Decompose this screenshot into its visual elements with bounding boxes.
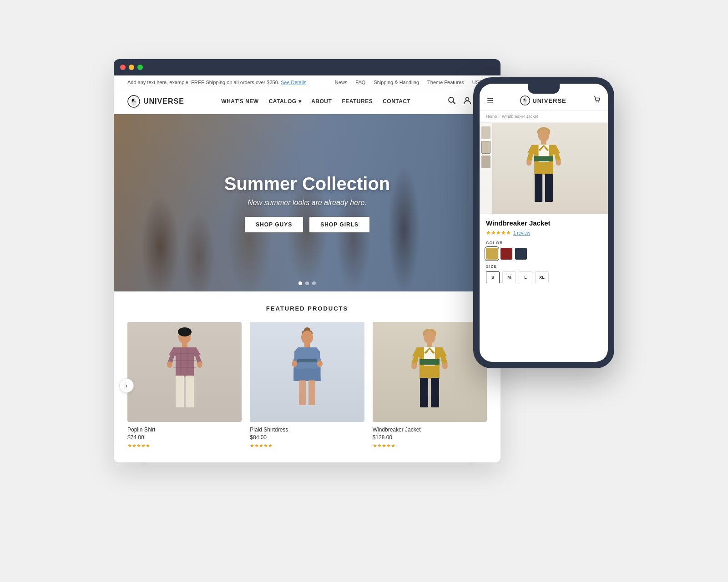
product-card-jacket[interactable]: Windbreaker Jacket $128.00 ★★★★★ bbox=[373, 322, 487, 449]
product-image-jacket bbox=[373, 322, 487, 422]
account-icon bbox=[463, 96, 471, 105]
svg-point-29 bbox=[424, 331, 435, 344]
nav-links: WHAT'S NEW CATALOG ▾ ABOUT FEATURES CONT… bbox=[221, 98, 410, 105]
phone-review-link[interactable]: 1 review bbox=[513, 231, 530, 236]
see-details-link[interactable]: See Details bbox=[281, 80, 306, 85]
color-swatch-gold[interactable] bbox=[486, 248, 498, 260]
svg-rect-22 bbox=[304, 343, 310, 347]
color-swatch-dark[interactable] bbox=[515, 248, 527, 260]
phone-logo[interactable]: UNIVERSE bbox=[520, 95, 566, 105]
svg-point-17 bbox=[167, 361, 172, 368]
phone-jacket-figure bbox=[516, 125, 571, 211]
product-card-shirt[interactable]: Poplin Shirt $74.00 ★★★★★ bbox=[127, 322, 242, 449]
navbar: UNIVERSE WHAT'S NEW CATALOG ▾ ABOUT FEAT… bbox=[114, 89, 500, 114]
phone-menu-icon[interactable]: ☰ bbox=[487, 96, 493, 105]
prev-button[interactable]: ‹ bbox=[119, 378, 134, 393]
search-button[interactable] bbox=[448, 96, 456, 106]
featured-section: FEATURED PRODUCTS ‹ bbox=[114, 291, 500, 462]
product-stars-shirt: ★★★★★ bbox=[127, 443, 242, 449]
svg-line-3 bbox=[453, 102, 455, 104]
svg-point-38 bbox=[524, 99, 526, 100]
announcement-text: Add any text here, example: FREE Shippin… bbox=[127, 80, 306, 85]
size-s[interactable]: S bbox=[486, 271, 500, 283]
hero-dot-1[interactable] bbox=[298, 281, 302, 285]
logo-icon bbox=[127, 95, 140, 108]
thumb-3[interactable] bbox=[481, 156, 490, 168]
maximize-dot[interactable] bbox=[137, 65, 143, 70]
size-l[interactable]: L bbox=[519, 271, 532, 283]
phone-product-details: Windbreaker Jacket ★★★★★ 1 review COLOR bbox=[480, 214, 608, 362]
svg-rect-27 bbox=[308, 380, 315, 405]
announcement-bar: Add any text here, example: FREE Shippin… bbox=[114, 75, 500, 89]
close-dot[interactable] bbox=[120, 65, 126, 70]
hero-dot-3[interactable] bbox=[312, 281, 316, 285]
color-label: COLOR bbox=[486, 241, 602, 245]
svg-rect-16 bbox=[186, 376, 194, 407]
thumb-2[interactable] bbox=[481, 141, 490, 154]
jacket-figure bbox=[407, 326, 452, 417]
breadcrumb-separator: › bbox=[499, 114, 500, 119]
breadcrumb-home[interactable]: Home bbox=[486, 114, 497, 119]
account-button[interactable] bbox=[463, 96, 471, 106]
svg-rect-32 bbox=[420, 359, 440, 365]
nav-catalog[interactable]: CATALOG ▾ bbox=[269, 98, 302, 105]
product-price-jacket: $128.00 bbox=[373, 434, 487, 441]
product-name-jacket: Windbreaker Jacket bbox=[373, 426, 487, 433]
size-options: S M L XL bbox=[486, 271, 602, 283]
shop-girls-button[interactable]: SHOP GIRLS bbox=[309, 217, 369, 232]
svg-point-36 bbox=[442, 363, 448, 369]
nav-features[interactable]: FEATURES bbox=[342, 98, 373, 105]
svg-point-4 bbox=[466, 98, 469, 101]
shipping-link[interactable]: Shipping & Handling bbox=[374, 80, 419, 85]
hero-dots bbox=[298, 281, 316, 285]
svg-point-25 bbox=[317, 361, 323, 367]
theme-features-link[interactable]: Theme Features bbox=[427, 80, 464, 85]
svg-point-39 bbox=[596, 101, 597, 102]
phone-notch bbox=[528, 84, 560, 94]
svg-rect-34 bbox=[431, 378, 439, 407]
svg-rect-47 bbox=[545, 174, 553, 202]
hero-section: Summer Collection New summer looks are a… bbox=[114, 114, 500, 291]
nav-contact[interactable]: CONTACT bbox=[383, 98, 410, 105]
phone-breadcrumb: Home › Windbreaker Jacket bbox=[480, 110, 608, 123]
nav-about[interactable]: ABOUT bbox=[311, 98, 332, 105]
svg-rect-45 bbox=[534, 156, 553, 161]
size-m[interactable]: M bbox=[502, 271, 516, 283]
browser-window: Add any text here, example: FREE Shippin… bbox=[114, 59, 500, 462]
thumb-1[interactable] bbox=[481, 126, 490, 139]
svg-rect-43 bbox=[541, 140, 546, 145]
phone-screen: ☰ UNIVERSE bbox=[480, 84, 608, 362]
color-swatch-red[interactable] bbox=[500, 248, 512, 260]
svg-rect-23 bbox=[297, 359, 317, 362]
nav-whats-new[interactable]: WHAT'S NEW bbox=[221, 98, 258, 105]
top-nav-links: News FAQ Shipping & Handling Theme Featu… bbox=[335, 79, 487, 85]
hero-subtitle: New summer looks are already here. bbox=[150, 199, 464, 207]
svg-rect-30 bbox=[427, 343, 432, 347]
products-row: ‹ bbox=[127, 322, 487, 449]
product-price-dress: $84.00 bbox=[250, 434, 364, 441]
minimize-dot[interactable] bbox=[129, 65, 134, 70]
hero-dot-2[interactable] bbox=[305, 281, 309, 285]
size-xl[interactable]: XL bbox=[535, 271, 549, 283]
svg-rect-46 bbox=[535, 174, 542, 202]
svg-point-8 bbox=[178, 327, 192, 336]
news-link[interactable]: News bbox=[335, 80, 348, 85]
hero-buttons: SHOP GUYS SHOP GIRLS bbox=[150, 217, 464, 232]
browser-chrome bbox=[114, 59, 500, 75]
phone-cart-button[interactable] bbox=[593, 96, 601, 105]
svg-point-40 bbox=[598, 101, 599, 102]
phone-size-section: SIZE S M L XL bbox=[486, 264, 602, 283]
breadcrumb-product: Windbreaker Jacket bbox=[502, 114, 538, 119]
svg-point-1 bbox=[132, 99, 134, 101]
shop-guys-button[interactable]: SHOP GUYS bbox=[245, 217, 303, 232]
faq-link[interactable]: FAQ bbox=[355, 80, 365, 85]
featured-title: FEATURED PRODUCTS bbox=[127, 305, 487, 312]
product-image-dress bbox=[250, 322, 364, 422]
product-card-dress[interactable]: Plaid Shirtdress $84.00 ★★★★★ bbox=[250, 322, 364, 449]
dress-figure bbox=[284, 326, 330, 417]
logo[interactable]: UNIVERSE bbox=[127, 95, 184, 108]
svg-point-49 bbox=[556, 160, 561, 166]
svg-point-35 bbox=[411, 363, 417, 369]
phone-cart-icon bbox=[593, 96, 601, 103]
phone-product-image bbox=[480, 123, 608, 214]
